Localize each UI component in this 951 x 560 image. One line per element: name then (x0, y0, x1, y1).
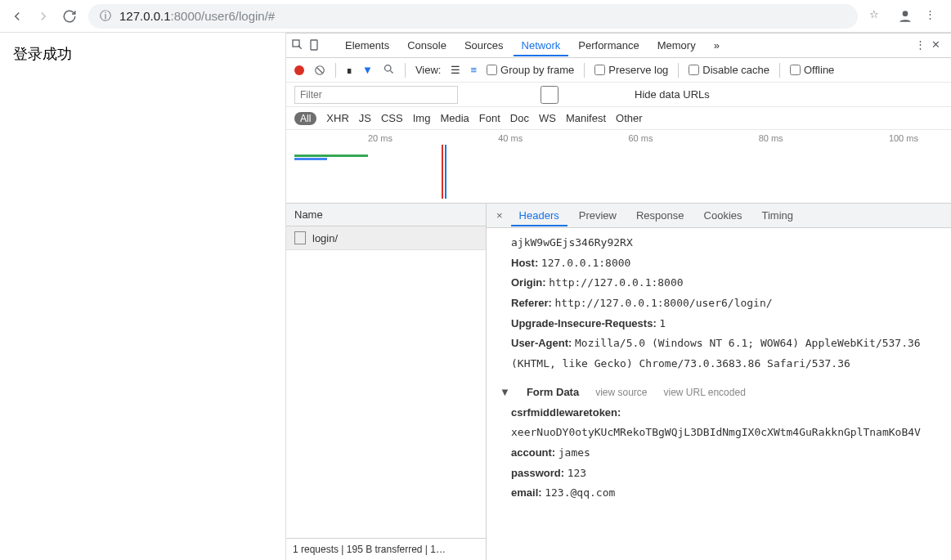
type-doc[interactable]: Doc (510, 112, 529, 124)
profile-icon[interactable] (897, 8, 913, 25)
tick: 20 ms (368, 133, 393, 143)
tick: 80 ms (759, 133, 783, 143)
view-label: View: (415, 64, 442, 76)
request-summary: 1 requests | 195 B transferred | 1… (286, 538, 486, 560)
type-xhr[interactable]: XHR (326, 112, 348, 124)
page-content: 登录成功 (0, 33, 286, 560)
filter-input[interactable] (294, 86, 458, 104)
type-img[interactable]: Img (413, 112, 431, 124)
type-filter-row: All XHR JS CSS Img Media Font Doc WS Man… (286, 107, 951, 130)
header-host: 127.0.0.1:8000 (541, 257, 631, 269)
view-source-link[interactable]: view source (595, 383, 647, 402)
reload-icon[interactable] (62, 9, 77, 24)
svg-point-0 (903, 11, 908, 16)
table-row[interactable]: login/ (286, 226, 486, 250)
offline-checkbox[interactable]: Offline (790, 64, 834, 76)
inspect-icon[interactable] (291, 38, 306, 53)
svg-rect-2 (311, 40, 317, 50)
tab-elements[interactable]: Elements (337, 34, 397, 56)
header-origin: http://127.0.0.1:8000 (549, 276, 683, 289)
type-manifest[interactable]: Manifest (566, 112, 606, 124)
close-icon[interactable]: × (491, 209, 508, 222)
back-icon[interactable] (10, 9, 25, 24)
tab-performance[interactable]: Performance (570, 34, 647, 56)
tab-more[interactable]: » (706, 34, 728, 56)
clear-icon[interactable] (314, 65, 325, 76)
info-icon: ⓘ (100, 9, 111, 24)
timeline-overview[interactable]: 20 ms 40 ms 60 ms 80 ms 100 ms (286, 130, 951, 204)
header-uir: 1 (659, 317, 666, 329)
forward-icon[interactable] (36, 9, 51, 24)
svg-point-4 (384, 65, 391, 71)
request-detail: × Headers Preview Response Cookies Timin… (487, 204, 951, 560)
tick: 60 ms (628, 133, 653, 143)
load-marker-blue (445, 145, 446, 199)
network-toolbar: ∎ ▼ View: ☰ ≡ Group by frame Preserve lo… (286, 58, 951, 83)
tick: 40 ms (498, 133, 523, 143)
devtools-panel: Elements Console Sources Network Perform… (286, 33, 951, 560)
request-list-header[interactable]: Name (286, 204, 486, 226)
hide-data-urls-checkbox[interactable]: Hide data URLs (468, 86, 710, 104)
form-csrf: xeerNuoDY0otyKUcMRekoTBgWQjL3DBIdNmgIX0c… (511, 426, 921, 438)
tab-sources[interactable]: Sources (456, 34, 512, 56)
detail-body[interactable]: ajkW9wGEjs346Ry92RX Host: 127.0.0.1:8000… (487, 228, 951, 560)
tick: 100 ms (889, 133, 918, 143)
kebab-icon[interactable]: ⋮ (925, 8, 941, 25)
detail-tab-cookies[interactable]: Cookies (696, 204, 751, 226)
detail-tab-response[interactable]: Response (628, 204, 693, 226)
type-media[interactable]: Media (440, 112, 469, 124)
type-css[interactable]: CSS (381, 112, 403, 124)
search-icon[interactable] (383, 63, 395, 78)
url-input[interactable]: ⓘ 127.0.0.1:8000/user6/login/# (88, 4, 858, 29)
list-view-icon[interactable]: ☰ (451, 64, 460, 76)
load-marker-red (442, 145, 443, 199)
disable-cache-checkbox[interactable]: Disable cache (689, 64, 769, 76)
type-all[interactable]: All (294, 112, 316, 125)
filter-bar: Hide data URLs (286, 83, 951, 107)
group-by-frame-checkbox[interactable]: Group by frame (487, 64, 574, 76)
detail-tab-timing[interactable]: Timing (754, 204, 802, 226)
cookie-fragment: ajkW9wGEjs346Ry92RX (500, 233, 938, 253)
detail-tabs: × Headers Preview Response Cookies Timin… (487, 204, 951, 228)
devtools-tabs: Elements Console Sources Network Perform… (286, 34, 951, 58)
detail-tab-headers[interactable]: Headers (511, 204, 567, 226)
device-icon[interactable] (307, 38, 322, 53)
preserve-log-checkbox[interactable]: Preserve log (594, 64, 668, 76)
view-url-encoded-link[interactable]: view URL encoded (664, 383, 746, 402)
star-icon[interactable]: ☆ (869, 8, 886, 25)
type-js[interactable]: JS (359, 112, 371, 124)
kebab-icon[interactable]: ⋮ (915, 38, 930, 53)
collapse-icon[interactable]: ▼ (500, 383, 510, 403)
form-email: 123.@qq.com (545, 486, 615, 499)
type-ws[interactable]: WS (539, 112, 556, 124)
type-font[interactable]: Font (479, 112, 500, 124)
detail-tab-preview[interactable]: Preview (571, 204, 625, 226)
close-icon[interactable]: ✕ (931, 38, 946, 53)
record-icon[interactable] (294, 65, 304, 75)
camera-icon[interactable]: ∎ (346, 64, 352, 76)
header-referer: http://127.0.0.1:8000/user6/login/ (554, 297, 772, 309)
filter-icon[interactable]: ▼ (362, 64, 373, 76)
form-account: james (558, 446, 590, 459)
waterfall-view-icon[interactable]: ≡ (470, 64, 477, 76)
form-data-section[interactable]: ▼ Form Data view source view URL encoded (500, 383, 938, 403)
document-icon (294, 231, 306, 244)
tab-network[interactable]: Network (514, 34, 569, 56)
tab-console[interactable]: Console (399, 34, 455, 56)
type-other[interactable]: Other (616, 112, 643, 124)
browser-address-bar: ⓘ 127.0.0.1:8000/user6/login/# ☆ ⋮ (0, 0, 951, 33)
header-user-agent: Mozilla/5.0 (Windows NT 6.1; WOW64) Appl… (511, 337, 921, 370)
form-password: 123 (567, 467, 586, 479)
tab-memory[interactable]: Memory (649, 34, 704, 56)
request-name: login/ (312, 232, 338, 244)
url-text: 127.0.0.1:8000/user6/login/# (119, 9, 275, 23)
request-list: Name login/ 1 requests | 195 B transferr… (286, 204, 487, 560)
